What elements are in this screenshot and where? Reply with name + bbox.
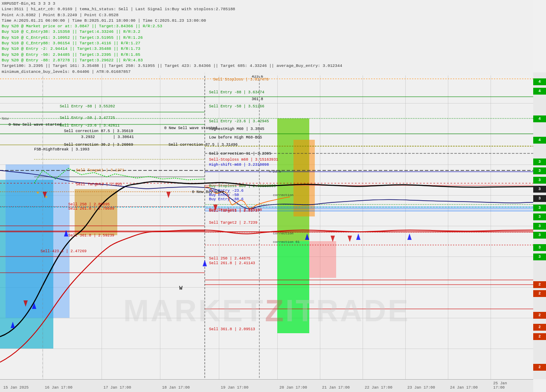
svg-text:W: W <box>179 285 183 291</box>
price-box-18: 2 <box>533 312 546 319</box>
new-sell-wave-label2: 0 New Sell wave started <box>164 126 217 130</box>
price-box-4: 4 <box>533 137 546 144</box>
price-box-1: 4 <box>533 78 546 85</box>
svg-marker-47 <box>348 236 352 242</box>
buy-entry-886-label: Buy Entry -88.6 <box>209 197 244 202</box>
time-label-3: 18 Jan 17:00 <box>162 386 190 390</box>
time-label-1: 16 Jan 17:00 <box>45 386 73 390</box>
price-axis: 4 4 4 4 3 3 3 3 3 3 3 3 3 3 3 2 2 2 2 2 … <box>533 72 546 379</box>
sell-250-left: Sell 250 | 2.80895 <box>68 202 110 207</box>
chart-area: ★ ★ W correction correction correction 6… <box>0 72 533 379</box>
time-axis: 15 Jan 2025 16 Jan 17:00 17 Jan 17:00 18… <box>0 379 533 392</box>
time-label-2: 17 Jan 17:00 <box>104 386 131 390</box>
price-box-11: 3 <box>533 213 546 220</box>
info-panel: XRPUSDT-Bin,H1 3 3 3 3 Line:3511 | h1_at… <box>0 0 533 75</box>
price-box-7: 3 <box>533 177 546 184</box>
high-shift-m60-label: High-shift-m60 | 3.2310098 <box>209 163 269 167</box>
time-label-0: 15 Jan 2025 <box>3 386 29 390</box>
info-line-7: Buy %10 @ C_Entry88: 3.06154 || Target:3… <box>2 40 531 46</box>
time-label-8: 23 Jan 17:00 <box>407 386 435 390</box>
time-label-5: 20 Jan 17:00 <box>279 386 307 390</box>
info-line-11: Target100: 3.2395 || Target 161: 3.35488… <box>2 63 531 69</box>
sell-corr-61-label: Sell correction 61 | 3.2395 <box>209 152 271 156</box>
info-line-10: Buy %20 @ Entry -88: 2.87278 || Target:3… <box>2 58 531 63</box>
time-label-9: 24 Jan 17:00 <box>450 386 478 390</box>
time-label-4: 19 Jan 17:00 <box>221 386 249 390</box>
sell-entry-236-label: Sell Entry -23.6 | 3.42945 <box>209 119 269 124</box>
title-line: XRPUSDT-Bin,H1 3 3 3 3 <box>2 1 531 6</box>
svg-marker-40 <box>356 233 360 240</box>
price-box-9: 3 <box>533 195 546 202</box>
info-line-8: Buy %10 @ Entry -2: 2.94414 || Target:3.… <box>2 46 531 52</box>
info-line-4: Buy %20 @ Market price or at: 3.0847 || … <box>2 23 531 29</box>
red-zone-small <box>309 241 336 278</box>
sell-250b-label: Sell 250 | 2.44875 <box>209 257 250 261</box>
price-box-10: 3 <box>533 205 546 211</box>
time-label-7: 22 Jan 17:00 <box>365 386 392 390</box>
new-buy-wave-label: 0 New Buy Wave... <box>192 190 231 194</box>
sell-corr-30-label: Sell correction 30.2 | 3.26069 <box>64 143 133 147</box>
price-3641-label: | 3.30641 <box>113 135 134 139</box>
chart-container: XRPUSDT-Bin,H1 3 3 3 3 Line:3511 | h1_at… <box>0 0 546 392</box>
price-box-20: 2 <box>533 333 546 340</box>
sell-target2-left-label: Sell Target2 | 2.993 <box>76 182 122 187</box>
sell-target1-left-label: Sell Target1 | 3.1271 <box>76 168 124 173</box>
price-box-21: 2 <box>533 364 546 371</box>
info-line-6: Buy %10 @ C_Entry61: 3.10952 || Target:3… <box>2 35 531 40</box>
new-sell-wave-label1: 0 New Sell wave started <box>9 123 61 127</box>
low-before-high-label: Low before High M60-BOS <box>209 135 262 140</box>
price-box-15: 3 <box>533 254 546 260</box>
fsb-high-label: FSB-HighToBreak | 3.1993 <box>34 147 90 152</box>
sell-entry-236b-label: Sell Entry -23.6 | 3.42611 <box>60 124 119 128</box>
sell-stoploss-m60-label: Sell-Stoploss m60 | 3.15163931 <box>209 158 278 162</box>
price-box-3: 4 <box>533 115 546 122</box>
info-line-5: Buy %10 @ C_Entry38: 3.15358 || Target:4… <box>2 29 531 35</box>
sell-corr-875-label: Sell correction 87.5 | 3.35619 <box>64 129 133 133</box>
svg-marker-41 <box>407 233 412 240</box>
price-box-17: 2 <box>533 290 546 297</box>
sell-entry-50b-label: Sell Entry -50 | 3.47725 <box>60 116 115 120</box>
info-line-12: minimum_distance_buy_levels: 0.04406 | A… <box>2 69 531 75</box>
price-box-8: 3 <box>533 186 546 193</box>
price-box-14: 3 <box>533 244 546 251</box>
sell-entry-88-label: Sell Entry -88 | 3.63474 <box>209 90 264 95</box>
sell-2618b-label: Sell 261.8 | 2.41143 <box>209 261 255 265</box>
sell-entry-88b-label: Sell Entry -88 | 3.55202 <box>60 104 115 109</box>
price-box-13: 3 <box>533 232 546 239</box>
sell-target2-center: Sell Target2 | 2.7239 <box>209 221 257 225</box>
sell-corr-875b-label: Sell correction 87.5 | 3.31496 <box>168 143 238 147</box>
sell-target-423-label: Sell Target1 | 2.81737 <box>209 209 260 213</box>
sell-2618-left: Sell 261.8 | 2.78609 <box>68 207 114 211</box>
time-label-6: 21 Jan 17:00 <box>322 386 350 390</box>
price-3932-label: 3.2932 <box>81 135 95 139</box>
orange-zone-center <box>293 140 315 216</box>
price-box-6: 3 <box>533 167 546 174</box>
info-line-3: Time A:2025.01.21 06:00:00 | Time B:2025… <box>2 18 531 23</box>
time-label-10: 25 Jan 17:00 <box>493 381 520 390</box>
sell-entry-50-label: Sell Entry -50 | 3.51266 <box>209 104 264 109</box>
price-box-12: 3 <box>533 223 546 230</box>
price-box-2: 4 <box>533 88 546 95</box>
watermark: MARKETZITRADE <box>123 293 410 328</box>
price-box-16: 2 <box>533 281 546 288</box>
highest-high-label: HighestHigh M60 | 3.3545 <box>209 127 264 131</box>
svg-marker-38 <box>203 260 207 266</box>
buy-stoploss-m60-label: Buy-Stoploss m60 | 2.99966009 <box>209 184 276 188</box>
3618-label: 361.8 <box>252 97 263 101</box>
orange-zone <box>75 189 117 235</box>
info-line-2: Point A:3.0382 | Point B:3.2249 | Point … <box>2 12 531 18</box>
new-label-1: New <box>2 117 9 121</box>
price-box-5: 3 <box>533 159 546 165</box>
price-box-19: 2 <box>533 324 546 331</box>
sell-4236-label: Sell-423.6 | 2.47269 <box>41 249 87 254</box>
blue-zone <box>6 164 70 318</box>
info-line-1: Line:3511 | h1_atr_c0: 0.0169 | tema_h1_… <box>2 6 531 12</box>
info-line-9: Buy %20 @ Entry -50: 2.94485 || Target:3… <box>2 52 531 58</box>
sell-3618-left: Sell 361.8 | 2.59239 <box>68 233 114 238</box>
